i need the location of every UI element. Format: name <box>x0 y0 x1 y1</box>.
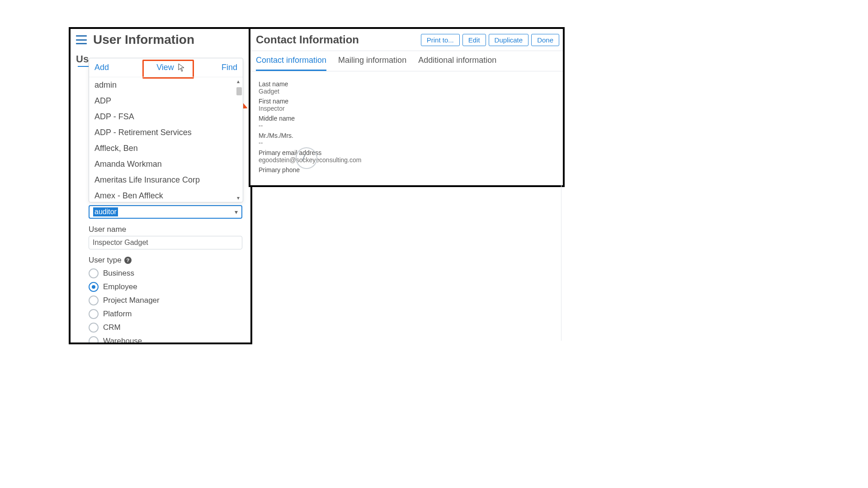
cursor-icon <box>178 63 186 72</box>
scroll-down-icon[interactable]: ▾ <box>235 195 242 201</box>
usertype-option-label: Employee <box>103 282 137 291</box>
first-name-value: Inspector <box>259 105 555 112</box>
usertype-option-label: Platform <box>103 310 132 319</box>
scrollbar-thumb[interactable] <box>236 87 242 95</box>
duplicate-button[interactable]: Duplicate <box>489 34 529 46</box>
radio-icon <box>89 296 99 305</box>
tab-truncated: Us <box>76 53 89 65</box>
radio-icon <box>89 268 99 278</box>
list-item[interactable]: admin <box>89 77 243 93</box>
usertype-option[interactable]: CRM <box>89 321 242 334</box>
chevron-down-icon: ▾ <box>235 208 238 216</box>
panel-hairline <box>249 183 561 341</box>
user-dropdown-panel: Add View Find ▴ admin ADP ADP - FSA ADP … <box>89 58 243 202</box>
usertype-option-label: Warehouse <box>103 337 142 344</box>
radio-icon <box>89 323 99 333</box>
usertype-option[interactable]: Platform <box>89 307 242 321</box>
middle-name-value: -- <box>259 122 555 129</box>
list-item[interactable]: Amex - Ben Affleck <box>89 188 243 202</box>
list-item[interactable]: ADP <box>89 93 243 109</box>
contact-information-panel: Contact Information Print to... Edit Dup… <box>249 27 565 187</box>
username-label: User name <box>89 225 242 234</box>
middle-name-label: Middle name <box>259 115 555 122</box>
view-link[interactable]: View <box>156 63 174 72</box>
list-item[interactable]: Amanda Workman <box>89 156 243 172</box>
list-item[interactable]: ADP - FSA <box>89 109 243 125</box>
list-item[interactable]: Affleck, Ben <box>89 141 243 156</box>
radio-icon <box>89 282 99 292</box>
find-link[interactable]: Find <box>222 63 237 72</box>
salutation-label: Mr./Ms./Mrs. <box>259 132 555 139</box>
user-select[interactable]: auditor ▾ <box>89 205 242 219</box>
select-value: auditor <box>93 207 118 216</box>
edit-button[interactable]: Edit <box>462 34 486 46</box>
first-name-label: First name <box>259 98 555 105</box>
last-name-label: Last name <box>259 80 555 88</box>
usertype-option[interactable]: Warehouse <box>89 334 242 344</box>
loading-spinner-icon <box>296 147 317 169</box>
username-input[interactable] <box>89 236 242 249</box>
add-link[interactable]: Add <box>94 63 109 72</box>
tab-contact-information[interactable]: Contact information <box>256 56 326 71</box>
usertype-label: User type ? <box>89 256 242 265</box>
view-link-label: View <box>156 63 174 72</box>
usertype-label-text: User type <box>89 256 122 265</box>
usertype-option-label: Business <box>103 269 134 278</box>
done-button[interactable]: Done <box>531 34 559 46</box>
usertype-radio-group: BusinessEmployeeProject ManagerPlatformC… <box>89 267 242 344</box>
radio-icon <box>89 336 99 344</box>
user-information-panel: User Information Us Add View Find ▴ <box>69 27 252 344</box>
radio-icon <box>89 309 99 319</box>
menu-icon[interactable] <box>76 35 87 45</box>
print-button[interactable]: Print to... <box>421 34 460 46</box>
page-title: User Information <box>93 33 194 47</box>
usertype-option[interactable]: Business <box>89 267 242 280</box>
contact-panel-title: Contact Information <box>256 33 359 46</box>
list-item[interactable]: ADP - Retirement Services <box>89 125 243 141</box>
usertype-option[interactable]: Employee <box>89 280 242 294</box>
usertype-option[interactable]: Project Manager <box>89 294 242 307</box>
scroll-up-icon[interactable]: ▴ <box>235 78 242 84</box>
list-item[interactable]: Ameritas Life Insurance Corp <box>89 172 243 188</box>
user-list[interactable]: ▴ admin ADP ADP - FSA ADP - Retirement S… <box>89 77 243 202</box>
salutation-value: -- <box>259 139 555 146</box>
last-name-value: Gadget <box>259 88 555 95</box>
help-icon[interactable]: ? <box>124 257 132 264</box>
usertype-option-label: CRM <box>103 323 121 332</box>
usertype-option-label: Project Manager <box>103 296 160 305</box>
tab-additional-information[interactable]: Additional information <box>418 56 496 71</box>
tab-mailing-information[interactable]: Mailing information <box>338 56 406 71</box>
